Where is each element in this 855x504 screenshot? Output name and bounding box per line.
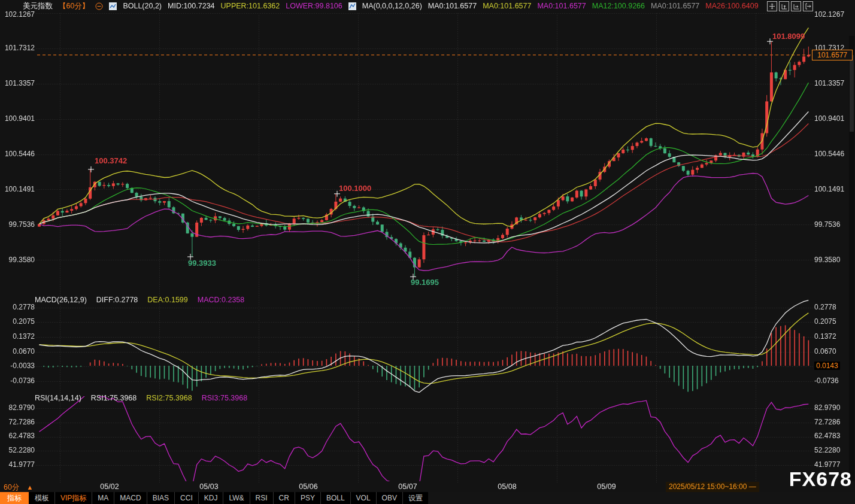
macd-axis-label: 0.2075 <box>814 317 854 326</box>
symbol-name: 美元指数 <box>23 1 53 11</box>
rsi-axis-label: 72.7286 <box>0 418 35 426</box>
date-axis-label: 05/09 <box>587 482 626 491</box>
date-axis-label: 05/08 <box>488 482 526 491</box>
price-axis-label: 100.5446 <box>814 150 854 158</box>
rsi-axis-label: 52.2280 <box>814 446 854 454</box>
toolbar-item-lw[interactable]: LW& <box>223 492 250 504</box>
last-price-badge: 101.6577 <box>812 50 853 60</box>
toolbar-item-vol[interactable]: VOL <box>351 492 377 504</box>
rsi-axis-label: 72.7286 <box>814 418 854 426</box>
macd-axis-label: 0.2778 <box>814 303 854 311</box>
rsi2-value: RSI2:75.3968 <box>146 394 192 402</box>
fx678-logo: FX678 <box>789 467 852 491</box>
boll-mid-value: MID:100.7234 <box>168 2 215 10</box>
price-axis-label: 99.3580 <box>814 256 854 264</box>
macd-dea-value: DEA:0.1599 <box>147 296 187 304</box>
price-axis-label: 99.7536 <box>0 220 35 229</box>
price-axis-label: 100.5446 <box>0 150 35 158</box>
rsi-panel-header: RSI(14,14,14) RSI1:75.3968 RSI2:75.3968 … <box>35 394 247 402</box>
rsi-axis-label: 62.4783 <box>814 432 854 440</box>
macd-current-value-badge: 0.0143 <box>814 362 840 370</box>
indicator-toolbar: 指标 模板 VIP指标 MA MACD BIAS CCI KDJ LW& RSI… <box>0 492 855 504</box>
price-axis-label: 101.3357 <box>814 79 854 87</box>
timeframe-label: 60分 <box>4 483 19 491</box>
date-axis-label: 05/03 <box>190 482 228 491</box>
chart-canvas[interactable] <box>0 0 855 504</box>
toolbar-item-settings[interactable]: 设置 <box>403 492 428 504</box>
macd-axis-label: 0.0670 <box>814 347 854 356</box>
toolbar-item-cci[interactable]: CCI <box>175 492 199 504</box>
macd-axis-label: -0.0033 <box>0 362 35 370</box>
go-to-latest-button[interactable] <box>803 1 813 11</box>
scale-y-axis-button[interactable] <box>779 1 789 11</box>
ma0-value-1: MA0:101.6577 <box>428 2 477 10</box>
rsi3-value: RSI3:75.3968 <box>202 394 247 402</box>
toolbar-tab-vip-indicators[interactable]: VIP指标 <box>55 492 92 504</box>
toolbar-tab-templates[interactable]: 模板 <box>29 492 55 504</box>
rsi-axis-label: 52.2280 <box>0 446 35 454</box>
macd-diff-value: DIFF:0.2778 <box>96 296 138 304</box>
boll-lower-value: LOWER:99.8106 <box>286 2 342 10</box>
price-annotation-high: 100.1000 <box>339 184 371 193</box>
price-axis-label: 99.7536 <box>814 220 854 229</box>
price-axis-label: 100.1491 <box>0 185 35 193</box>
current-bar-time-range: 2025/05/12 15:00~16:00 — <box>666 482 759 492</box>
ma0-value-4: MA0:101.6577 <box>651 2 699 10</box>
price-axis-label: 100.9401 <box>814 114 854 123</box>
price-axis-label: 102.1267 <box>814 10 854 19</box>
price-annotation-high: 100.3742 <box>95 156 127 165</box>
macd-axis-label: 0.0670 <box>0 347 35 356</box>
ma26-value: MA26:100.6409 <box>705 2 758 10</box>
rsi-axis-label: 82.9790 <box>0 403 35 412</box>
price-annotation-low: 99.3933 <box>188 259 216 268</box>
triangle-up-icon: ▲ <box>26 484 33 491</box>
rsi-axis-label: 82.9790 <box>814 403 854 412</box>
macd-panel-header: MACD(26,12,9) DIFF:0.2778 DEA:0.1599 MAC… <box>35 296 244 304</box>
toolbar-item-rsi[interactable]: RSI <box>250 492 274 504</box>
rsi1-value: RSI1:75.3968 <box>91 394 137 402</box>
chart-header: 美元指数 【60分】 BOLL(20,2) MID:100.7234 UPPER… <box>23 1 759 11</box>
minus-circle-icon[interactable] <box>95 2 103 10</box>
toolbar-item-cr[interactable]: CR <box>274 492 295 504</box>
price-axis-label: 100.1491 <box>814 185 854 193</box>
rsi-title: RSI(14,14,14) <box>35 394 81 402</box>
boll-indicator-icon[interactable] <box>109 2 117 10</box>
macd-axis-label: -0.0736 <box>814 377 854 385</box>
toolbar-item-macd[interactable]: MACD <box>114 492 147 504</box>
ma-indicator-icon[interactable] <box>348 2 356 10</box>
price-axis-label: 100.9401 <box>0 114 35 123</box>
price-axis-label: 102.1267 <box>0 10 35 19</box>
macd-axis-label: -0.0736 <box>0 377 35 385</box>
toolbar-item-kdj[interactable]: KDJ <box>199 492 224 504</box>
scale-x-axis-button[interactable] <box>791 1 801 11</box>
pan-crosshair-button[interactable] <box>767 1 777 11</box>
price-axis-label: 101.7312 <box>0 44 35 52</box>
trading-app-window: 美元指数 【60分】 BOLL(20,2) MID:100.7234 UPPER… <box>0 0 855 504</box>
macd-title: MACD(26,12,9) <box>35 296 87 304</box>
price-annotation-high: 101.8099 <box>772 32 805 41</box>
ma0-value-2: MA0:101.6577 <box>483 2 531 10</box>
toolbar-tab-indicators[interactable]: 指标 <box>0 492 29 504</box>
period-label: 【60分】 <box>59 1 89 11</box>
price-annotation-low: 99.1695 <box>411 278 439 287</box>
ma0-value-3: MA0:101.6577 <box>537 2 586 10</box>
boll-label: BOLL(20,2) <box>123 2 162 10</box>
rsi-axis-label: 41.9777 <box>0 460 35 469</box>
toolbar-item-psy[interactable]: PSY <box>295 492 321 504</box>
toolbar-item-bias[interactable]: BIAS <box>147 492 175 504</box>
macd-axis-label: 0.2075 <box>0 317 35 326</box>
macd-macd-value: MACD:0.2358 <box>198 296 245 304</box>
macd-axis-label: 0.1372 <box>0 332 35 341</box>
price-axis-label: 101.3357 <box>0 79 35 87</box>
toolbar-item-boll[interactable]: BOLL <box>321 492 351 504</box>
date-axis-label: 05/07 <box>389 482 427 491</box>
date-axis-label: 05/06 <box>289 482 328 491</box>
chart-tool-buttons <box>767 1 813 11</box>
date-axis-label: 05/02 <box>90 482 129 491</box>
macd-axis-label: 0.2778 <box>0 303 35 311</box>
ma-params-label: MA(0,0,0,12,0,26) <box>362 2 422 10</box>
timeframe-indicator[interactable]: 60分▲ <box>4 482 33 493</box>
toolbar-item-obv[interactable]: OBV <box>377 492 403 504</box>
macd-axis-label: 0.1372 <box>814 332 854 341</box>
toolbar-item-ma[interactable]: MA <box>92 492 114 504</box>
